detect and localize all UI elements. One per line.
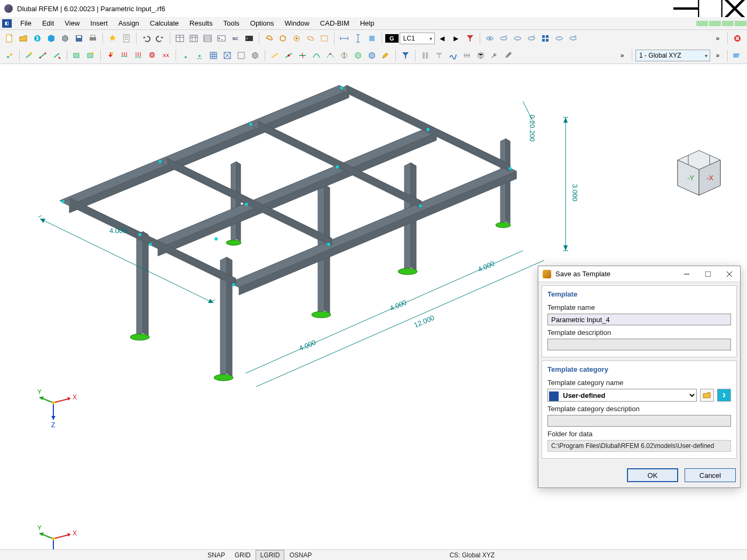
category-browse-button[interactable] bbox=[700, 389, 714, 402]
open-icon[interactable] bbox=[17, 32, 30, 45]
cube-blue-icon[interactable] bbox=[365, 49, 378, 62]
category-desc-input[interactable] bbox=[547, 415, 731, 427]
select-circle-icon[interactable] bbox=[276, 32, 289, 45]
star-new-icon[interactable] bbox=[106, 32, 119, 45]
diagram2-icon[interactable] bbox=[460, 49, 473, 62]
menu-calculate[interactable]: Calculate bbox=[145, 17, 184, 29]
support1-icon[interactable] bbox=[179, 49, 192, 62]
workplane-icon[interactable] bbox=[731, 49, 744, 62]
print-icon[interactable] bbox=[86, 32, 99, 45]
coord-system-combo[interactable]: 1 - Global XYZ bbox=[635, 50, 710, 61]
grid-view-icon[interactable] bbox=[539, 32, 552, 45]
chevron-right-icon[interactable]: » bbox=[711, 32, 724, 45]
redo-icon[interactable] bbox=[154, 32, 166, 45]
table2-icon[interactable] bbox=[187, 32, 200, 45]
shape-edit-icon[interactable] bbox=[379, 49, 392, 62]
eye6-icon[interactable]: x bbox=[567, 32, 579, 45]
chevron-right3-icon[interactable]: » bbox=[711, 49, 724, 62]
area1-icon[interactable] bbox=[70, 49, 83, 62]
dialog-close-button[interactable] bbox=[719, 266, 740, 282]
osnap-toggle[interactable]: OSNAP bbox=[284, 550, 316, 561]
page-icon[interactable] bbox=[120, 32, 133, 45]
next-icon[interactable]: ▶ bbox=[450, 32, 463, 45]
filter-red-icon[interactable] bbox=[464, 32, 476, 45]
menu-results[interactable]: Results bbox=[184, 17, 218, 29]
load3-icon[interactable] bbox=[132, 49, 145, 62]
menu-assign[interactable]: Assign bbox=[113, 17, 145, 29]
dialog-titlebar[interactable]: Save as Template bbox=[538, 266, 740, 282]
load2-icon[interactable] bbox=[118, 49, 131, 62]
menu-edit[interactable]: Edit bbox=[37, 17, 59, 29]
menu-options[interactable]: Options bbox=[245, 17, 280, 29]
grid-toggle[interactable]: GRID bbox=[230, 550, 256, 561]
node-star-icon[interactable] bbox=[3, 49, 16, 62]
section2-icon[interactable] bbox=[433, 49, 446, 62]
mesh1-icon[interactable] bbox=[207, 49, 220, 62]
ok-button[interactable]: OK bbox=[627, 468, 678, 482]
gray-cube-icon[interactable] bbox=[59, 32, 71, 45]
window-minimize-button[interactable] bbox=[673, 0, 698, 17]
area2-icon[interactable] bbox=[84, 49, 97, 62]
curve-b-icon[interactable] bbox=[324, 49, 337, 62]
filter-blue-icon[interactable] bbox=[399, 49, 412, 62]
refine-icon[interactable] bbox=[235, 49, 248, 62]
menu-file[interactable]: File bbox=[15, 17, 37, 29]
diagram-icon[interactable] bbox=[447, 49, 459, 62]
eye4-icon[interactable]: x bbox=[525, 32, 538, 45]
table1-icon[interactable] bbox=[173, 32, 186, 45]
line-b-icon[interactable] bbox=[282, 49, 295, 62]
window-maximize-button[interactable] bbox=[698, 0, 722, 17]
load4-icon[interactable] bbox=[146, 49, 158, 62]
line-a-icon[interactable] bbox=[268, 49, 281, 62]
template-desc-input[interactable] bbox=[547, 339, 731, 350]
menu-insert[interactable]: Insert bbox=[85, 17, 113, 29]
wrench-icon[interactable] bbox=[488, 49, 501, 62]
load-case-combo[interactable]: LC1 bbox=[400, 33, 435, 44]
undo-icon[interactable] bbox=[140, 32, 153, 45]
member3-icon[interactable] bbox=[51, 49, 63, 62]
curve-a-icon[interactable] bbox=[310, 49, 323, 62]
select-ring-icon[interactable] bbox=[290, 32, 303, 45]
template-name-input[interactable] bbox=[547, 314, 731, 325]
select-tilt-icon[interactable] bbox=[304, 32, 317, 45]
blue-square-icon[interactable] bbox=[365, 32, 378, 45]
dialog-maximize-button[interactable] bbox=[697, 266, 719, 282]
cmd-icon[interactable] bbox=[215, 32, 228, 45]
xx-icon[interactable]: XX bbox=[160, 49, 172, 62]
sc-icon[interactable]: SC bbox=[229, 32, 242, 45]
category-cloud-button[interactable] bbox=[717, 389, 731, 402]
eye3-icon[interactable] bbox=[511, 32, 524, 45]
line-c-icon[interactable] bbox=[296, 49, 309, 62]
lasso-icon[interactable] bbox=[263, 32, 275, 45]
blue-circle-icon[interactable] bbox=[31, 32, 44, 45]
support2-icon[interactable] bbox=[193, 49, 206, 62]
iso-cube-icon[interactable] bbox=[474, 49, 487, 62]
member1-icon[interactable] bbox=[23, 49, 36, 62]
menu-tools[interactable]: Tools bbox=[218, 17, 244, 29]
category-name-combo[interactable]: User-defined bbox=[547, 389, 697, 402]
cube-green-icon[interactable] bbox=[352, 49, 364, 62]
load1-icon[interactable] bbox=[104, 49, 117, 62]
mesh2-icon[interactable] bbox=[221, 49, 234, 62]
lgrid-toggle[interactable]: LGRID bbox=[256, 550, 285, 561]
chevron-right2-icon[interactable]: » bbox=[616, 49, 629, 62]
dim-tool2-icon[interactable] bbox=[352, 32, 364, 45]
save-icon[interactable] bbox=[73, 32, 85, 45]
console-icon[interactable] bbox=[243, 32, 256, 45]
dialog-minimize-button[interactable] bbox=[676, 266, 697, 282]
delete-red-icon[interactable] bbox=[731, 32, 744, 45]
eye5-icon[interactable] bbox=[553, 32, 566, 45]
cancel-button[interactable]: Cancel bbox=[685, 468, 736, 482]
eye2-icon[interactable]: x bbox=[497, 32, 510, 45]
menu-help[interactable]: Help bbox=[355, 17, 380, 29]
menu-window[interactable]: Window bbox=[280, 17, 315, 29]
window-close-button[interactable] bbox=[722, 0, 747, 17]
select-rect-icon[interactable] bbox=[318, 32, 331, 45]
curve-c-icon[interactable] bbox=[338, 49, 351, 62]
member2-icon[interactable] bbox=[37, 49, 50, 62]
table3-icon[interactable] bbox=[201, 32, 214, 45]
new-icon[interactable] bbox=[3, 32, 16, 45]
blue-hex-icon[interactable] bbox=[45, 32, 58, 45]
solid-icon[interactable] bbox=[249, 49, 261, 62]
pencil-icon[interactable] bbox=[502, 49, 515, 62]
